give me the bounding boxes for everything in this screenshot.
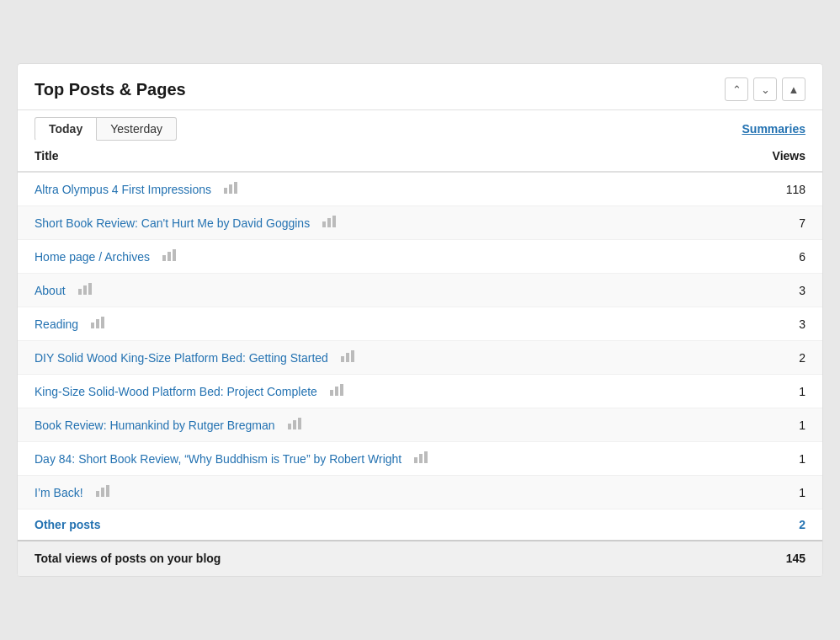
- total-label: Total views of posts on your blog: [18, 541, 714, 576]
- chart-icon[interactable]: [413, 451, 428, 467]
- table-row: Day 84: Short Book Review, “Why Buddhism…: [18, 442, 822, 476]
- post-title-cell: Reading: [18, 307, 714, 341]
- table-row: Altra Olympus 4 First Impressions 118: [18, 172, 822, 206]
- widget-header: Top Posts & Pages ⌃ ⌄ ▲: [18, 64, 822, 110]
- tabs-row: Today Yesterday Summaries: [18, 110, 822, 141]
- svg-rect-24: [414, 457, 417, 463]
- post-title-link[interactable]: About: [35, 284, 66, 297]
- post-title-link[interactable]: Home page / Archives: [35, 250, 150, 264]
- views-column-header: Views: [714, 141, 822, 172]
- post-title-link[interactable]: Reading: [35, 317, 78, 331]
- post-title-link[interactable]: Day 84: Short Book Review, “Why Buddhism…: [35, 452, 401, 466]
- post-title-cell: Book Review: Humankind by Rutger Bregman: [18, 408, 714, 442]
- table-row: King-Size Solid-Wood Platform Bed: Proje…: [18, 375, 822, 408]
- posts-table: Title Views Altra Olympus 4 First Impres…: [18, 141, 822, 576]
- svg-rect-0: [224, 188, 227, 194]
- svg-rect-4: [327, 218, 331, 227]
- other-posts-views: 2: [714, 509, 822, 541]
- summaries-link[interactable]: Summaries: [742, 122, 805, 136]
- table-row: Reading 3: [18, 307, 822, 341]
- post-title-link[interactable]: I’m Back!: [35, 486, 83, 499]
- svg-rect-23: [298, 418, 301, 429]
- svg-rect-5: [332, 216, 336, 227]
- chart-icon[interactable]: [287, 417, 302, 433]
- chart-icon[interactable]: [90, 316, 105, 332]
- post-title-cell: About: [18, 274, 714, 307]
- table-wrapper: Title Views Altra Olympus 4 First Impres…: [18, 141, 822, 576]
- table-row: About 3: [18, 274, 822, 307]
- post-title-cell: Home page / Archives: [18, 240, 714, 274]
- svg-rect-8: [173, 249, 176, 261]
- post-title-cell: Day 84: Short Book Review, “Why Buddhism…: [18, 442, 714, 476]
- svg-rect-21: [288, 424, 291, 429]
- table-row: Short Book Review: Can't Hurt Me by Davi…: [18, 206, 822, 240]
- post-views-cell: 1: [714, 442, 822, 476]
- post-views-cell: 1: [714, 375, 822, 408]
- expand-button[interactable]: ▲: [782, 77, 805, 101]
- svg-rect-3: [322, 221, 326, 227]
- post-title-link[interactable]: Book Review: Humankind by Rutger Bregman: [35, 419, 275, 432]
- svg-rect-19: [335, 387, 338, 396]
- total-views: 145: [714, 541, 822, 576]
- svg-rect-26: [424, 451, 428, 463]
- svg-rect-17: [351, 350, 354, 362]
- post-views-cell: 3: [714, 307, 822, 341]
- post-views-cell: 1: [714, 476, 822, 509]
- table-row: Home page / Archives 6: [18, 240, 822, 274]
- svg-rect-1: [229, 184, 232, 194]
- svg-rect-7: [167, 252, 171, 261]
- post-title-link[interactable]: Altra Olympus 4 First Impressions: [35, 183, 211, 196]
- total-row: Total views of posts on your blog145: [18, 541, 822, 576]
- svg-rect-22: [293, 420, 296, 429]
- post-title-cell: Altra Olympus 4 First Impressions: [18, 172, 714, 206]
- title-column-header: Title: [18, 141, 714, 172]
- other-posts-row: Other posts2: [18, 509, 822, 541]
- post-views-cell: 1: [714, 408, 822, 442]
- move-up-button[interactable]: ⌃: [725, 77, 748, 101]
- table-row: DIY Solid Wood King-Size Platform Bed: G…: [18, 341, 822, 375]
- post-views-cell: 6: [714, 240, 822, 274]
- header-controls: ⌃ ⌄ ▲: [725, 77, 805, 101]
- table-row: Book Review: Humankind by Rutger Bregman…: [18, 408, 822, 442]
- chart-icon[interactable]: [329, 383, 344, 399]
- svg-rect-13: [96, 319, 99, 328]
- post-title-cell: King-Size Solid-Wood Platform Bed: Proje…: [18, 375, 714, 408]
- post-views-cell: 7: [714, 206, 822, 240]
- svg-rect-28: [101, 488, 104, 497]
- post-views-cell: 3: [714, 274, 822, 307]
- svg-rect-10: [83, 285, 87, 295]
- chart-icon[interactable]: [95, 484, 110, 500]
- svg-rect-15: [341, 356, 344, 362]
- post-title-cell: Short Book Review: Can't Hurt Me by Davi…: [18, 206, 714, 240]
- svg-rect-16: [346, 353, 349, 362]
- tab-yesterday[interactable]: Yesterday: [97, 117, 177, 141]
- chart-icon[interactable]: [162, 248, 177, 264]
- svg-rect-27: [96, 491, 99, 497]
- post-views-cell: 2: [714, 341, 822, 375]
- tab-today[interactable]: Today: [35, 117, 97, 141]
- other-posts-label[interactable]: Other posts: [18, 509, 714, 541]
- svg-rect-2: [234, 182, 237, 194]
- svg-rect-29: [106, 485, 109, 497]
- move-down-button[interactable]: ⌄: [753, 77, 777, 101]
- table-header-row: Title Views: [18, 141, 822, 172]
- table-row: I’m Back! 1: [18, 476, 822, 509]
- svg-rect-11: [88, 283, 92, 295]
- chart-icon[interactable]: [322, 215, 337, 231]
- top-posts-widget: Top Posts & Pages ⌃ ⌄ ▲ Today Yesterday …: [17, 63, 823, 577]
- chart-icon[interactable]: [223, 181, 238, 197]
- widget-title: Top Posts & Pages: [35, 80, 186, 99]
- post-title-link[interactable]: King-Size Solid-Wood Platform Bed: Proje…: [35, 385, 317, 398]
- svg-rect-20: [340, 384, 343, 396]
- post-title-cell: DIY Solid Wood King-Size Platform Bed: G…: [18, 341, 714, 375]
- post-title-link[interactable]: Short Book Review: Can't Hurt Me by Davi…: [35, 216, 310, 230]
- post-title-link[interactable]: DIY Solid Wood King-Size Platform Bed: G…: [35, 351, 328, 365]
- tabs-container: Today Yesterday: [35, 117, 177, 141]
- svg-rect-9: [78, 289, 82, 295]
- svg-rect-6: [162, 255, 166, 261]
- chart-icon[interactable]: [340, 349, 355, 365]
- chart-icon[interactable]: [77, 282, 93, 298]
- svg-rect-14: [101, 317, 104, 328]
- svg-rect-25: [419, 454, 423, 463]
- svg-rect-18: [330, 390, 333, 396]
